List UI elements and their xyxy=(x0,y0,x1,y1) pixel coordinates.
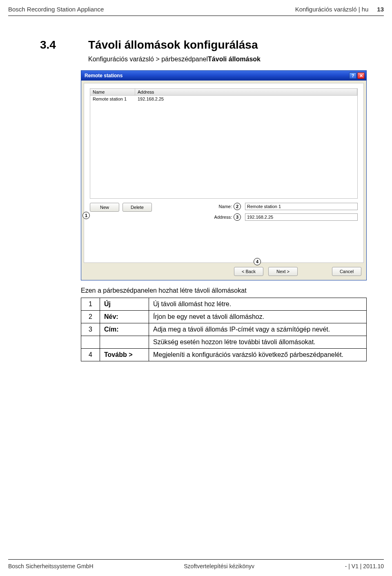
col-header-address[interactable]: Address xyxy=(135,89,357,96)
subheading: Ezen a párbeszédpanelen hozhat létre táv… xyxy=(81,287,352,294)
address-label: Address: xyxy=(211,215,232,220)
back-button[interactable]: < Back xyxy=(234,267,263,276)
callout-4: 4 xyxy=(254,258,261,265)
footer-rule xyxy=(8,559,384,560)
row-label xyxy=(100,336,149,349)
delete-button[interactable]: Delete xyxy=(122,203,152,212)
name-label: Name: xyxy=(211,204,232,209)
row-num: 4 xyxy=(81,349,100,361)
callout-3: 3 xyxy=(234,213,241,221)
list-headers: Name Address xyxy=(90,89,357,96)
row-desc: Új távoli állomást hoz létre. xyxy=(149,298,367,311)
row-num: 3 xyxy=(81,323,100,336)
footer-center: Szoftvertelepítési kézikönyv xyxy=(184,563,254,569)
table-row: 1 Új Új távoli állomást hoz létre. xyxy=(81,298,367,311)
help-icon[interactable]: ? xyxy=(349,72,356,79)
row-desc: Szükség esetén hozzon létre további távo… xyxy=(149,336,367,349)
row-label: Cím: xyxy=(100,323,149,336)
section-title: Távoli állomások konfigurálása xyxy=(88,38,258,52)
callout-1: 1 xyxy=(82,212,90,219)
row-num: 1 xyxy=(81,298,100,311)
row-label: Új xyxy=(100,298,149,311)
cancel-button[interactable]: Cancel xyxy=(332,267,361,276)
dialog-remote-stations: Remote stations ? ✕ Name Address Remote … xyxy=(81,70,367,280)
dialog-titlebar: Remote stations ? ✕ xyxy=(81,71,366,81)
table-row: 2 Név: Írjon be egy nevet a távoli állom… xyxy=(81,311,367,323)
footer-left: Bosch Sicherheitssysteme GmbH xyxy=(8,563,94,569)
footer-right: - | V1 | 2011.10 xyxy=(345,563,384,569)
breadcrumb: Konfigurációs varázsló > párbeszédpanelT… xyxy=(88,56,352,63)
dialog-title: Remote stations xyxy=(85,73,122,78)
name-field[interactable] xyxy=(245,203,358,210)
row-desc: Írjon be egy nevet a távoli állomáshoz. xyxy=(149,311,367,323)
callout-2: 2 xyxy=(234,203,241,210)
row-desc: Megjeleníti a konfigurációs varázsló köv… xyxy=(149,349,367,361)
new-button[interactable]: New xyxy=(90,203,119,212)
table-row: Szükség esetén hozzon létre további távo… xyxy=(81,336,367,349)
list-item[interactable]: Remote station 1 192.168.2.25 xyxy=(90,96,357,102)
close-icon[interactable]: ✕ xyxy=(357,72,365,79)
row-desc: Adja meg a távoli állomás IP-címét vagy … xyxy=(149,323,367,336)
row-label: Tovább > xyxy=(100,349,149,361)
description-table: 1 Új Új távoli állomást hoz létre. 2 Név… xyxy=(81,298,367,361)
cell-name: Remote station 1 xyxy=(93,96,138,101)
next-button[interactable]: Next > xyxy=(268,267,298,276)
row-num: 2 xyxy=(81,311,100,323)
col-header-name[interactable]: Name xyxy=(90,89,135,96)
stations-listbox[interactable]: Name Address Remote station 1 192.168.2.… xyxy=(90,88,358,199)
address-field[interactable] xyxy=(245,213,358,221)
table-row: 3 Cím: Adja meg a távoli állomás IP-címé… xyxy=(81,323,367,336)
section-number: 3.4 xyxy=(40,38,69,52)
row-label: Név: xyxy=(100,311,149,323)
cell-address: 192.168.2.25 xyxy=(138,96,355,101)
row-num xyxy=(81,336,100,349)
table-row: 4 Tovább > Megjeleníti a konfigurációs v… xyxy=(81,349,367,361)
